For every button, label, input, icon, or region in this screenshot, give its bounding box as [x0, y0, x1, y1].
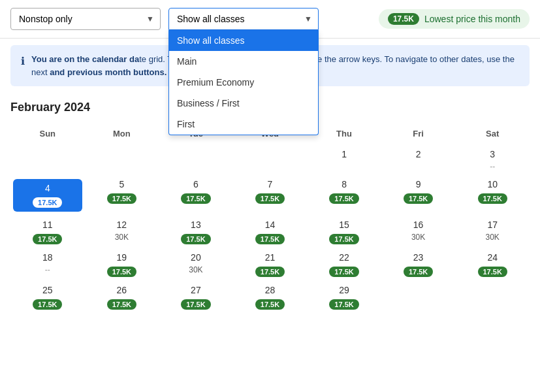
calendar-week-2: 11 17.5K12 30K13 17.5K14 17.5K15 17.5K16…: [10, 216, 530, 248]
table-cell[interactable]: 1: [307, 145, 381, 175]
classes-select[interactable]: Show all classes: [168, 8, 319, 30]
classes-dropdown-wrapper[interactable]: Show all classes ▼ Show all classes Main…: [168, 8, 319, 30]
day-number: 3: [458, 149, 527, 159]
price-tag: 17.5K: [329, 234, 358, 244]
table-cell[interactable]: 29 17.5K: [307, 281, 381, 314]
table-cell[interactable]: 4 17.5K: [10, 175, 85, 216]
price-tag: 17.5K: [107, 267, 136, 277]
table-cell[interactable]: 11 17.5K: [10, 216, 85, 248]
day-number: 8: [310, 179, 379, 189]
price-tag: 17.5K: [255, 299, 285, 310]
day-number: 29: [310, 285, 379, 295]
calendar-week-3: 18 --19 17.5K20 30K21 17.5K22 17.5K23 17…: [10, 248, 530, 281]
day-number: 13: [161, 220, 230, 230]
price-tag: 17.5K: [255, 234, 285, 244]
table-cell: [85, 145, 159, 175]
price-tag: 17.5K: [404, 193, 433, 204]
day-number: 7: [236, 179, 305, 189]
table-cell[interactable]: 27 17.5K: [159, 281, 233, 314]
table-cell[interactable]: 7 17.5K: [233, 175, 308, 216]
calendar-week-1: 4 17.5K 5 17.5K6 17.5K7 17.5K8 17.5K9 17…: [10, 175, 530, 216]
table-cell: [381, 281, 456, 314]
table-cell[interactable]: 3 --: [455, 145, 530, 175]
price-text: 30K: [458, 233, 527, 242]
calendar-week-0: 123 --: [10, 145, 530, 175]
day-number: 14: [236, 220, 305, 230]
price-badge: 17.5K Lowest price this month: [379, 9, 530, 29]
day-number: 26: [87, 285, 157, 295]
price-tag: 17.5K: [33, 234, 62, 244]
table-cell[interactable]: 12 30K: [85, 216, 159, 248]
classes-dropdown-menu: Show all classes Main Premium Economy Bu…: [168, 30, 319, 135]
day-number: 10: [458, 179, 527, 189]
table-cell[interactable]: 22 17.5K: [307, 248, 381, 281]
table-cell[interactable]: 6 17.5K: [159, 175, 233, 216]
table-cell[interactable]: 14 17.5K: [233, 216, 308, 248]
table-cell: [159, 145, 233, 175]
table-cell[interactable]: 23 17.5K: [381, 248, 456, 281]
dropdown-item-business[interactable]: Business / First: [169, 93, 318, 114]
table-cell: [233, 145, 308, 175]
table-cell[interactable]: 24 17.5K: [455, 248, 530, 281]
selected-day-cell[interactable]: 4 17.5K: [13, 179, 82, 212]
table-cell[interactable]: 8 17.5K: [307, 175, 381, 216]
price-tag: 17.5K: [33, 197, 62, 208]
price-badge-value: 17.5K: [388, 13, 419, 25]
info-icon: ℹ: [21, 54, 25, 69]
table-cell[interactable]: 18 --: [10, 248, 85, 281]
day-number: 19: [87, 252, 157, 263]
day-number: 11: [13, 220, 82, 230]
price-tag: 17.5K: [329, 193, 358, 204]
table-cell[interactable]: 25 17.5K: [10, 281, 85, 314]
day-number: 25: [13, 285, 82, 295]
day-number: 4: [16, 183, 80, 193]
calendar-week-4: 25 17.5K26 17.5K27 17.5K28 17.5K29 17.5K: [10, 281, 530, 314]
table-cell[interactable]: 19 17.5K: [85, 248, 159, 281]
dropdown-item-first[interactable]: First: [169, 114, 318, 135]
table-cell[interactable]: 16 30K: [381, 216, 456, 248]
table-cell[interactable]: 17 30K: [455, 216, 530, 248]
price-tag: 17.5K: [255, 193, 285, 204]
table-cell[interactable]: 2: [381, 145, 456, 175]
day-number: 27: [161, 285, 230, 295]
table-cell[interactable]: 13 17.5K: [159, 216, 233, 248]
day-number: 16: [384, 220, 453, 230]
day-number: 1: [310, 149, 379, 159]
table-cell[interactable]: 28 17.5K: [233, 281, 308, 314]
day-number: 5: [87, 179, 157, 189]
price-tag: 17.5K: [478, 267, 507, 277]
price-tag: 17.5K: [329, 299, 358, 310]
price-tag: 17.5K: [255, 267, 285, 277]
dropdown-item-main[interactable]: Main: [169, 51, 318, 72]
table-cell[interactable]: 20 30K: [159, 248, 233, 281]
dropdown-item-all[interactable]: Show all classes: [169, 30, 318, 51]
table-cell[interactable]: 10 17.5K: [455, 175, 530, 216]
day-number: 24: [458, 252, 527, 263]
table-cell: [10, 145, 85, 175]
table-cell[interactable]: 21 17.5K: [233, 248, 308, 281]
price-tag: 17.5K: [33, 299, 62, 310]
price-tag: 17.5K: [478, 193, 507, 204]
table-cell[interactable]: 26 17.5K: [85, 281, 159, 314]
day-number: 9: [384, 179, 453, 189]
dropdown-item-premium[interactable]: Premium Economy: [169, 72, 318, 93]
table-cell[interactable]: 5 17.5K: [85, 175, 159, 216]
price-tag: 17.5K: [107, 193, 136, 204]
price-tag: 17.5K: [181, 193, 210, 204]
day-number: 17: [458, 220, 527, 230]
price-tag: 17.5K: [181, 299, 210, 310]
nonstop-select[interactable]: Nonstop only: [10, 8, 161, 30]
col-header-mon: Mon: [85, 125, 159, 145]
price-tag: 17.5K: [181, 234, 210, 244]
day-number: 21: [236, 252, 305, 263]
day-number: 18: [13, 252, 82, 263]
table-cell[interactable]: 15 17.5K: [307, 216, 381, 248]
col-header-sat: Sat: [455, 125, 530, 145]
day-number: 12: [87, 220, 157, 230]
day-number: 23: [384, 252, 453, 263]
price-tag: 17.5K: [107, 299, 136, 310]
price-tag: 17.5K: [404, 267, 433, 277]
table-cell[interactable]: 9 17.5K: [381, 175, 456, 216]
day-dash: --: [13, 265, 82, 274]
nonstop-dropdown-wrapper[interactable]: Nonstop only ▼: [10, 8, 161, 30]
